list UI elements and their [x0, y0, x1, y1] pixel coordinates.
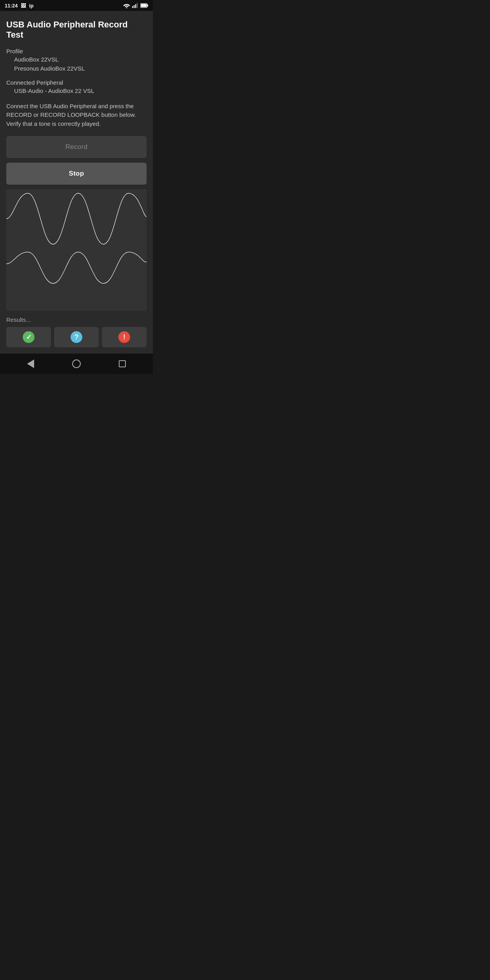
page-title: USB Audio Peripheral Record Test	[6, 20, 147, 40]
back-icon	[27, 359, 34, 368]
wifi-icon	[123, 3, 130, 8]
svg-rect-4	[137, 3, 138, 8]
results-buttons: ✓ ? !	[6, 327, 147, 347]
back-button[interactable]	[24, 356, 37, 371]
recents-button[interactable]	[116, 357, 129, 370]
status-time: 11:24	[5, 3, 18, 9]
check-icon: ✓	[23, 331, 34, 343]
svg-rect-1	[132, 6, 133, 8]
stop-button[interactable]: Stop	[6, 163, 147, 185]
svg-point-0	[126, 7, 127, 9]
home-button[interactable]	[69, 356, 84, 371]
profile-label: Profile	[6, 48, 147, 54]
ip-label: ip	[29, 3, 34, 9]
nav-bar	[0, 354, 153, 374]
status-right	[123, 3, 148, 8]
profile-subname: Presonus AudioBox 22VSL	[6, 64, 147, 73]
waveform-svg	[6, 189, 147, 311]
svg-rect-3	[135, 4, 136, 8]
svg-rect-7	[147, 5, 149, 7]
peripheral-section: Connected Peripheral USB-Audio - AudioBo…	[6, 79, 147, 96]
waveform-display	[6, 189, 147, 311]
status-left: 11:24 🖼 ip	[5, 3, 34, 9]
instruction-text: Connect the USB Audio Peripheral and pre…	[6, 102, 147, 129]
profile-name: AudioBox 22VSL	[6, 55, 147, 64]
record-button[interactable]: Record	[6, 136, 147, 158]
recents-icon	[119, 360, 126, 367]
result-unknown-button[interactable]: ?	[54, 327, 99, 347]
svg-rect-2	[134, 5, 134, 8]
home-icon	[72, 359, 81, 368]
svg-rect-6	[141, 4, 147, 7]
result-pass-button[interactable]: ✓	[6, 327, 51, 347]
signal-icon	[132, 3, 138, 8]
result-fail-button[interactable]: !	[102, 327, 147, 347]
peripheral-label: Connected Peripheral	[6, 79, 147, 86]
question-icon: ?	[71, 331, 82, 343]
results-label: Results...	[6, 316, 147, 323]
profile-section: Profile AudioBox 22VSL Presonus AudioBox…	[6, 48, 147, 73]
main-content: USB Audio Peripheral Record Test Profile…	[0, 11, 153, 354]
exclamation-icon: !	[118, 331, 130, 343]
photo-icon: 🖼	[21, 3, 26, 9]
peripheral-name: USB-Audio - AudioBox 22 VSL	[6, 87, 147, 96]
status-bar: 11:24 🖼 ip	[0, 0, 153, 11]
battery-icon	[140, 3, 148, 8]
